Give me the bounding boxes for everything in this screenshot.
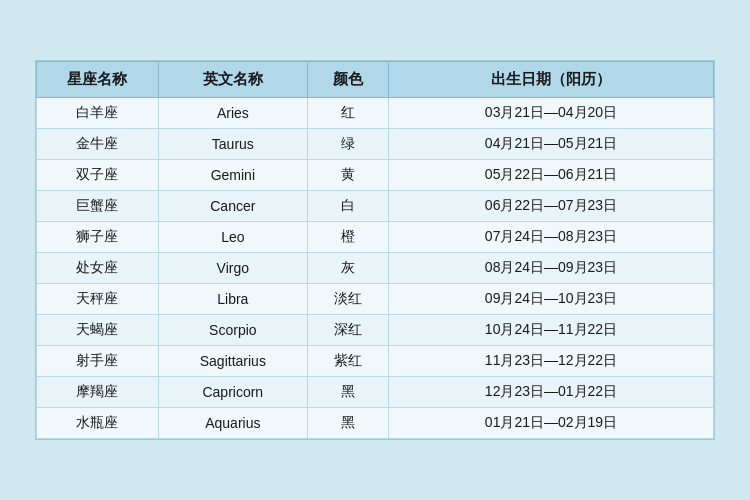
- cell-color: 红: [307, 98, 388, 129]
- cell-en: Capricorn: [158, 377, 307, 408]
- cell-color: 黑: [307, 377, 388, 408]
- header-date: 出生日期（阳历）: [389, 62, 714, 98]
- cell-date: 09月24日—10月23日: [389, 284, 714, 315]
- zodiac-table-container: 星座名称 英文名称 颜色 出生日期（阳历） 白羊座Aries红03月21日—04…: [35, 60, 715, 440]
- cell-en: Libra: [158, 284, 307, 315]
- header-color: 颜色: [307, 62, 388, 98]
- table-row: 巨蟹座Cancer白06月22日—07月23日: [37, 191, 714, 222]
- cell-date: 03月21日—04月20日: [389, 98, 714, 129]
- header-en: 英文名称: [158, 62, 307, 98]
- table-header-row: 星座名称 英文名称 颜色 出生日期（阳历）: [37, 62, 714, 98]
- cell-en: Aquarius: [158, 408, 307, 439]
- cell-color: 黑: [307, 408, 388, 439]
- cell-en: Sagittarius: [158, 346, 307, 377]
- table-row: 射手座Sagittarius紫红11月23日—12月22日: [37, 346, 714, 377]
- cell-en: Cancer: [158, 191, 307, 222]
- cell-date: 06月22日—07月23日: [389, 191, 714, 222]
- cell-color: 黄: [307, 160, 388, 191]
- cell-zh: 射手座: [37, 346, 159, 377]
- cell-zh: 狮子座: [37, 222, 159, 253]
- cell-en: Taurus: [158, 129, 307, 160]
- cell-color: 绿: [307, 129, 388, 160]
- header-zh: 星座名称: [37, 62, 159, 98]
- table-row: 处女座Virgo灰08月24日—09月23日: [37, 253, 714, 284]
- cell-color: 淡红: [307, 284, 388, 315]
- cell-zh: 天蝎座: [37, 315, 159, 346]
- cell-zh: 天秤座: [37, 284, 159, 315]
- cell-color: 橙: [307, 222, 388, 253]
- zodiac-table: 星座名称 英文名称 颜色 出生日期（阳历） 白羊座Aries红03月21日—04…: [36, 61, 714, 439]
- table-row: 双子座Gemini黄05月22日—06月21日: [37, 160, 714, 191]
- cell-en: Scorpio: [158, 315, 307, 346]
- cell-color: 灰: [307, 253, 388, 284]
- cell-color: 深红: [307, 315, 388, 346]
- cell-zh: 巨蟹座: [37, 191, 159, 222]
- table-row: 金牛座Taurus绿04月21日—05月21日: [37, 129, 714, 160]
- cell-date: 05月22日—06月21日: [389, 160, 714, 191]
- table-row: 天秤座Libra淡红09月24日—10月23日: [37, 284, 714, 315]
- table-row: 水瓶座Aquarius黑01月21日—02月19日: [37, 408, 714, 439]
- table-row: 狮子座Leo橙07月24日—08月23日: [37, 222, 714, 253]
- cell-date: 08月24日—09月23日: [389, 253, 714, 284]
- cell-zh: 处女座: [37, 253, 159, 284]
- cell-date: 04月21日—05月21日: [389, 129, 714, 160]
- cell-zh: 水瓶座: [37, 408, 159, 439]
- cell-zh: 金牛座: [37, 129, 159, 160]
- cell-color: 白: [307, 191, 388, 222]
- table-row: 摩羯座Capricorn黑12月23日—01月22日: [37, 377, 714, 408]
- table-row: 天蝎座Scorpio深红10月24日—11月22日: [37, 315, 714, 346]
- cell-color: 紫红: [307, 346, 388, 377]
- cell-en: Virgo: [158, 253, 307, 284]
- cell-en: Aries: [158, 98, 307, 129]
- cell-zh: 白羊座: [37, 98, 159, 129]
- cell-date: 10月24日—11月22日: [389, 315, 714, 346]
- cell-en: Leo: [158, 222, 307, 253]
- cell-date: 11月23日—12月22日: [389, 346, 714, 377]
- cell-zh: 摩羯座: [37, 377, 159, 408]
- cell-zh: 双子座: [37, 160, 159, 191]
- table-row: 白羊座Aries红03月21日—04月20日: [37, 98, 714, 129]
- cell-date: 07月24日—08月23日: [389, 222, 714, 253]
- cell-en: Gemini: [158, 160, 307, 191]
- cell-date: 12月23日—01月22日: [389, 377, 714, 408]
- cell-date: 01月21日—02月19日: [389, 408, 714, 439]
